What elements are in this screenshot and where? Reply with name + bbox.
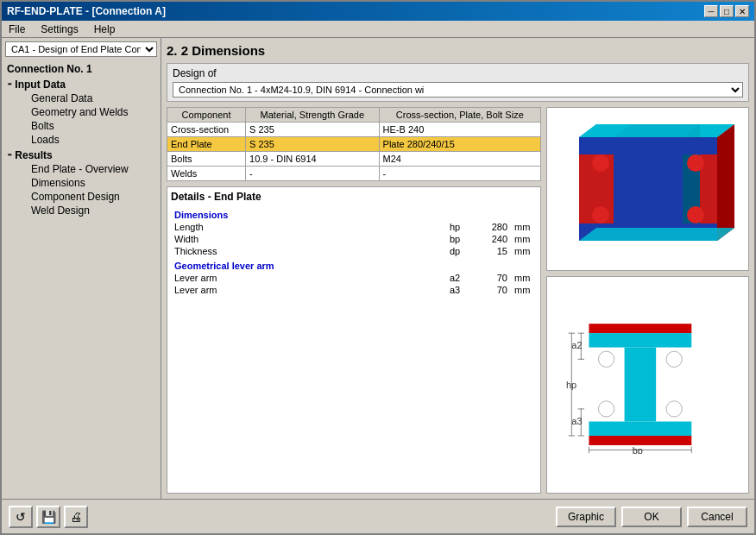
menu-file[interactable]: File [5, 22, 28, 36]
details-section-header: Geometrical lever arm [171, 257, 537, 272]
sidebar-item-weld-design[interactable]: Weld Design [5, 204, 157, 217]
table-area: Component Material, Strength Grade Cross… [167, 107, 541, 494]
minimize-button[interactable]: ─ [704, 5, 718, 17]
results-section: ⁃ Results End Plate - Overview Dimension… [5, 148, 157, 217]
sidebar-item-general-data[interactable]: General Data [5, 91, 157, 105]
design-of-section: Design of Connection No. 1 - 4xM24-10.9,… [167, 63, 749, 102]
table-row[interactable]: Bolts 10.9 - DIN 6914 M24 [167, 152, 541, 167]
details-row: Lever arm a2 70 mm [171, 272, 537, 284]
svg-point-11 [687, 154, 704, 172]
row-material: 10.9 - DIN 6914 [246, 152, 380, 167]
refresh-button[interactable]: ↺ [9, 506, 33, 528]
row-crosssection: Plate 280/240/15 [379, 137, 540, 152]
table-row[interactable]: Cross-section S 235 HE-B 240 [167, 123, 541, 137]
maximize-button[interactable]: □ [720, 5, 734, 17]
row-material: - [246, 167, 380, 181]
row-component: End Plate [167, 137, 246, 152]
graphic-2d-view: a2 hp a3 [546, 276, 749, 494]
col-component: Component [167, 108, 246, 123]
components-table: Component Material, Strength Grade Cross… [167, 107, 541, 181]
svg-rect-19 [589, 422, 691, 436]
svg-point-23 [598, 401, 614, 417]
svg-point-10 [592, 206, 609, 223]
svg-text:hp: hp [565, 380, 576, 390]
svg-marker-14 [579, 228, 734, 241]
window-title: RF-END-PLATE - [Connection A] [7, 5, 166, 17]
row-component: Welds [167, 167, 246, 181]
svg-text:a2: a2 [571, 340, 582, 350]
row-crosssection: - [379, 167, 540, 181]
menu-bar: File Settings Help [2, 21, 754, 38]
menu-help[interactable]: Help [91, 22, 119, 36]
sidebar-item-loads[interactable]: Loads [5, 133, 157, 147]
bottom-bar: ↺ 💾 🖨 Graphic OK Cancel [2, 499, 754, 533]
graphic-3d-view [546, 107, 749, 271]
sidebar-item-dimensions[interactable]: Dimensions [5, 176, 157, 190]
row-crosssection: M24 [379, 152, 540, 167]
svg-marker-13 [579, 124, 734, 137]
cancel-button[interactable]: Cancel [687, 507, 747, 527]
details-table: DimensionsLength hp 280 mmWidth bp 240 m… [171, 206, 537, 296]
graphic-panel: a2 hp a3 [546, 107, 749, 494]
svg-text:bp: bp [632, 445, 642, 454]
svg-marker-5 [717, 124, 734, 241]
menu-settings[interactable]: Settings [37, 22, 81, 36]
svg-point-24 [666, 401, 682, 417]
title-bar: RF-END-PLATE - [Connection A] ─ □ ✕ [2, 2, 754, 21]
col-material: Material, Strength Grade [246, 108, 380, 123]
ok-button[interactable]: OK [621, 507, 682, 527]
row-crosssection: HE-B 240 [379, 123, 540, 137]
panel-title: 2. 2 Dimensions [167, 43, 749, 58]
row-material: S 235 [246, 137, 380, 152]
svg-rect-7 [614, 154, 683, 223]
svg-rect-18 [589, 333, 691, 347]
graphic-button[interactable]: Graphic [556, 507, 616, 527]
results-title[interactable]: ⁃ Results [5, 148, 157, 162]
content-area: CA1 - Design of End Plate Conn Connectio… [2, 38, 754, 499]
svg-rect-20 [624, 348, 656, 422]
details-row: Length hp 280 mm [171, 221, 537, 233]
sidebar-item-component-design[interactable]: Component Design [5, 190, 157, 204]
design-of-select[interactable]: Connection No. 1 - 4xM24-10.9, DIN 6914 … [173, 82, 743, 98]
save-button[interactable]: 💾 [36, 506, 60, 528]
input-data-section: ⁃ Input Data General Data Geometry and W… [5, 78, 157, 147]
print-button[interactable]: 🖨 [64, 506, 88, 528]
table-row[interactable]: Welds - - [167, 167, 541, 181]
svg-rect-17 [589, 436, 691, 445]
content-split: Component Material, Strength Grade Cross… [167, 107, 749, 494]
sidebar-item-bolts[interactable]: Bolts [5, 119, 157, 133]
details-row: Width bp 240 mm [171, 233, 537, 245]
toolbar-buttons: ↺ 💾 🖨 [9, 506, 88, 528]
window-controls: ─ □ ✕ [704, 5, 749, 17]
left-panel: CA1 - Design of End Plate Conn Connectio… [2, 38, 161, 499]
svg-point-12 [687, 206, 704, 223]
details-section-header: Dimensions [171, 206, 537, 221]
input-data-title[interactable]: ⁃ Input Data [5, 78, 157, 91]
svg-text:a3: a3 [571, 416, 582, 426]
svg-rect-6 [579, 137, 717, 154]
details-title: Details - End Plate [171, 191, 537, 203]
svg-point-21 [598, 351, 614, 367]
svg-point-9 [592, 154, 609, 172]
details-box: Details - End Plate DimensionsLength hp … [167, 186, 541, 494]
details-row: Lever arm a3 70 mm [171, 284, 537, 296]
main-window: RF-END-PLATE - [Connection A] ─ □ ✕ File… [0, 0, 756, 535]
action-buttons: Graphic OK Cancel [556, 507, 747, 527]
sidebar-item-geometry-welds[interactable]: Geometry and Welds [5, 105, 157, 119]
row-material: S 235 [246, 123, 380, 137]
svg-rect-16 [589, 324, 691, 333]
design-of-label: Design of [173, 67, 743, 79]
sidebar-item-end-plate-overview[interactable]: End Plate - Overview [5, 162, 157, 176]
table-row[interactable]: End Plate S 235 Plate 280/240/15 [167, 137, 541, 152]
right-panel: 2. 2 Dimensions Design of Connection No.… [161, 38, 754, 499]
row-component: Bolts [167, 152, 246, 167]
connection-selector[interactable]: CA1 - Design of End Plate Conn [5, 41, 157, 57]
details-row: Thickness dp 15 mm [171, 245, 537, 257]
row-component: Cross-section [167, 123, 246, 137]
svg-point-22 [666, 351, 682, 367]
close-button[interactable]: ✕ [735, 5, 749, 17]
connection-no-label: Connection No. 1 [5, 62, 157, 76]
col-crosssection: Cross-section, Plate, Bolt Size [379, 108, 540, 123]
